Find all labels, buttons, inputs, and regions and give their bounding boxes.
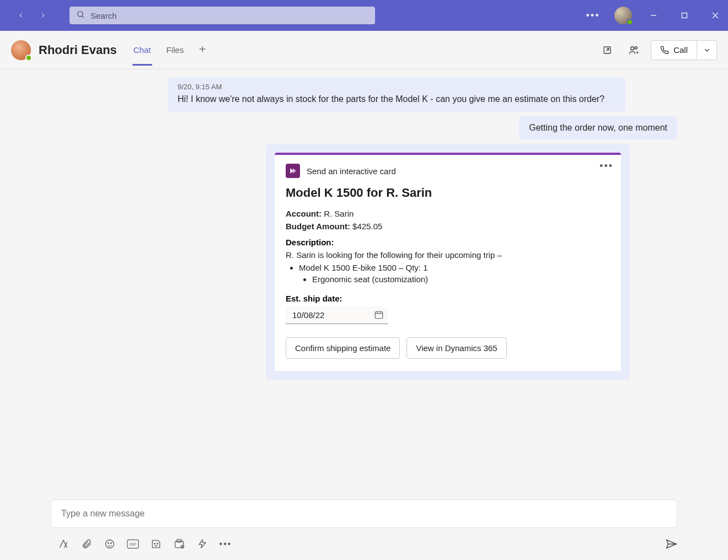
- adaptive-card: ••• Send an interactive card Model K 150…: [275, 153, 621, 371]
- budget-label: Budget Amount:: [286, 222, 350, 231]
- more-options-button[interactable]: •••: [584, 6, 602, 25]
- attach-icon[interactable]: [81, 538, 93, 550]
- description-list: Model K 1500 E-bike 1500 – Qty: 1 Ergono…: [286, 263, 610, 284]
- call-options-button[interactable]: [697, 40, 717, 60]
- line-item-sub: Ergonomic seat (customization): [312, 274, 610, 284]
- search-icon: [76, 10, 85, 21]
- line-item: Model K 1500 E-bike 1500 – Qty: 1: [299, 263, 610, 272]
- window-close-button[interactable]: [706, 6, 725, 25]
- confirm-shipping-button[interactable]: Confirm shipping estimate: [286, 337, 400, 359]
- presence-available-icon: [627, 19, 633, 25]
- call-button[interactable]: Call: [651, 40, 697, 60]
- nav-forward-button[interactable]: [38, 10, 49, 21]
- tab-chat[interactable]: Chat: [132, 34, 152, 66]
- add-tab-button[interactable]: [198, 45, 207, 56]
- card-title: Model K 1500 for R. Sarin: [286, 186, 610, 200]
- ship-date-label: Est. ship date:: [286, 294, 610, 303]
- message-incoming[interactable]: 9/20, 9:15 AM Hi! I know we're not alway…: [168, 77, 625, 112]
- chat-header: Rhodri Evans Chat Files Call: [0, 31, 728, 69]
- description-text: R. Sarin is looking for the following fo…: [286, 250, 610, 260]
- composer-wrap: [0, 499, 728, 532]
- svg-point-19: [111, 543, 112, 544]
- search-input[interactable]: [69, 7, 375, 24]
- presence-available-icon: [25, 55, 32, 61]
- card-account-row: Account: R. Sarin: [286, 209, 610, 218]
- svg-point-23: [157, 543, 158, 544]
- card-sender-label: Send an interactive card: [307, 166, 396, 176]
- send-button[interactable]: [665, 538, 677, 550]
- svg-text:GIF: GIF: [130, 542, 137, 547]
- view-dynamics-button[interactable]: View in Dynamics 365: [406, 337, 506, 359]
- current-user-avatar[interactable]: [614, 7, 632, 24]
- more-apps-icon[interactable]: •••: [220, 538, 232, 550]
- ship-date-input[interactable]: [286, 306, 388, 324]
- message-body: Getting the order now, one moment: [529, 123, 667, 133]
- svg-point-18: [108, 543, 109, 544]
- calendar-icon[interactable]: [374, 310, 384, 322]
- description-label: Description:: [286, 238, 610, 247]
- svg-point-0: [78, 12, 83, 17]
- loop-icon[interactable]: [173, 538, 185, 550]
- tab-files[interactable]: Files: [165, 34, 185, 66]
- svg-point-10: [635, 46, 637, 49]
- search-wrap: [69, 7, 375, 24]
- message-body: Hi! I know we're not always in stock for…: [178, 94, 615, 104]
- nav-back-button[interactable]: [15, 10, 26, 21]
- window-minimize-button[interactable]: [644, 6, 663, 25]
- svg-rect-25: [177, 540, 181, 542]
- add-people-button[interactable]: [624, 41, 643, 60]
- card-budget-row: Budget Amount: $425.05: [286, 222, 610, 231]
- account-label: Account:: [286, 209, 322, 218]
- adaptive-card-wrap: ••• Send an interactive card Model K 150…: [266, 144, 630, 380]
- emoji-icon[interactable]: [104, 538, 116, 550]
- composer-toolbar: GIF •••: [0, 532, 728, 560]
- account-value: R. Sarin: [324, 209, 354, 218]
- svg-point-9: [631, 46, 634, 50]
- titlebar: •••: [0, 0, 728, 31]
- call-button-label: Call: [673, 45, 688, 55]
- svg-line-1: [82, 16, 84, 18]
- actions-icon[interactable]: [196, 538, 208, 550]
- messages-pane: 9/20, 9:15 AM Hi! I know we're not alway…: [0, 69, 728, 499]
- svg-point-17: [106, 540, 114, 548]
- svg-rect-3: [682, 13, 687, 18]
- gif-icon[interactable]: GIF: [127, 538, 139, 550]
- card-more-button[interactable]: •••: [599, 160, 613, 172]
- svg-point-22: [154, 543, 156, 544]
- window-maximize-button[interactable]: [675, 6, 694, 25]
- message-outgoing[interactable]: Getting the order now, one moment: [519, 116, 677, 139]
- format-icon[interactable]: [57, 538, 69, 550]
- power-automate-icon: [286, 164, 300, 178]
- svg-rect-13: [375, 312, 383, 319]
- message-timestamp: 9/20, 9:15 AM: [178, 83, 615, 91]
- peer-name: Rhodri Evans: [39, 43, 117, 57]
- peer-avatar[interactable]: [11, 40, 31, 60]
- message-input[interactable]: [61, 509, 667, 519]
- sticker-icon[interactable]: [150, 538, 162, 550]
- popout-button[interactable]: [598, 41, 617, 60]
- budget-value: $425.05: [352, 222, 382, 231]
- composer: [51, 499, 677, 528]
